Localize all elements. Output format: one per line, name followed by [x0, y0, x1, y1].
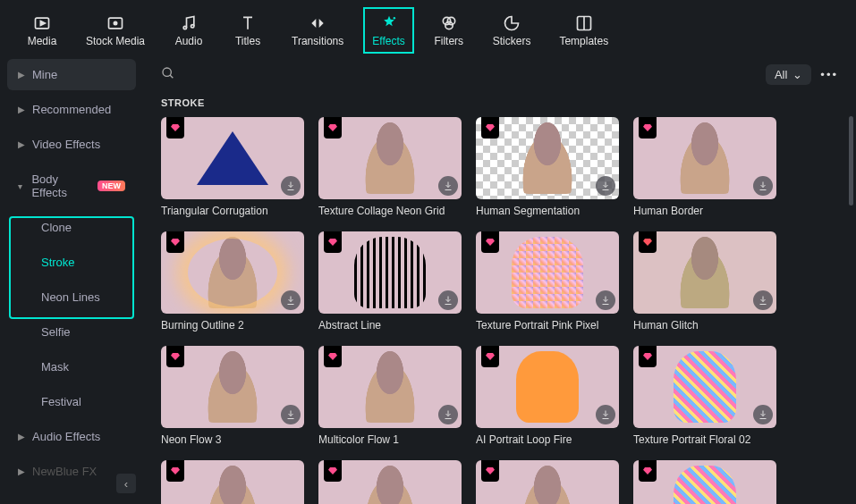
chevron-right-icon: ▶ [18, 139, 25, 149]
chevron-right-icon: ▶ [18, 466, 25, 476]
more-options-button[interactable]: ••• [820, 68, 838, 81]
tab-label: Filters [434, 35, 463, 47]
effect-title: Human Border [633, 205, 776, 217]
audio-icon [179, 13, 199, 33]
sidebar-item-video-effects[interactable]: ▶ Video Effects [7, 129, 136, 160]
sidebar-item-audio-effects[interactable]: ▶ Audio Effects [7, 421, 136, 452]
download-icon[interactable] [438, 290, 458, 310]
premium-icon [481, 231, 499, 253]
dropdown-value: All [775, 68, 787, 81]
tab-filters[interactable]: Filters [425, 7, 473, 54]
tab-label: Transitions [292, 35, 343, 47]
new-badge: NEW [97, 181, 125, 191]
effect-card[interactable]: Texture Portrait Pink Pixel [476, 231, 619, 332]
effect-card[interactable] [318, 460, 462, 504]
premium-icon [166, 346, 184, 367]
premium-icon [166, 231, 184, 253]
stickers-icon [502, 13, 521, 33]
effect-card[interactable]: Multicolor Flow 1 [318, 346, 462, 446]
premium-icon [639, 117, 657, 139]
content-area: All ⌄ ••• STROKE Triangular Corrugation … [143, 54, 856, 504]
effect-card[interactable]: Neon Flow 3 [161, 346, 304, 446]
download-icon[interactable] [281, 176, 301, 196]
effect-card[interactable]: Triangular Corrugation [161, 117, 304, 217]
sidebar-item-stroke[interactable]: Stroke [7, 247, 136, 278]
svg-point-4 [183, 26, 186, 29]
tab-stickers[interactable]: Stickers [484, 7, 540, 54]
templates-icon [574, 13, 594, 33]
sidebar-label: Stroke [41, 256, 75, 269]
transitions-icon [308, 13, 327, 33]
download-icon[interactable] [281, 405, 301, 424]
tab-effects[interactable]: Effects [363, 7, 413, 54]
sidebar-label: Video Effects [32, 138, 100, 151]
section-title: STROKE [143, 96, 856, 117]
scrollbar-thumb[interactable] [849, 116, 853, 206]
sidebar-label: Mine [32, 68, 57, 81]
premium-icon [481, 346, 499, 367]
filter-dropdown[interactable]: All ⌄ [766, 64, 811, 85]
effect-card[interactable]: Human Segmentation [476, 117, 619, 217]
svg-point-5 [191, 25, 194, 28]
premium-icon [481, 117, 499, 139]
chevron-right-icon: ▶ [18, 70, 25, 80]
sidebar-label: Recommended [32, 103, 111, 116]
effect-title: Texture Portrait Floral 02 [633, 433, 776, 446]
tab-audio[interactable]: Audio [165, 7, 213, 54]
download-icon[interactable] [753, 290, 773, 310]
download-icon[interactable] [438, 176, 458, 196]
svg-point-3 [114, 21, 116, 24]
effects-grid: Triangular Corrugation Texture Collage N… [143, 117, 856, 504]
effect-card[interactable]: Texture Portrait Floral 02 [633, 346, 776, 446]
content-header: All ⌄ ••• [143, 54, 856, 96]
tab-media[interactable]: Media [18, 7, 66, 54]
effect-card[interactable] [161, 460, 304, 504]
effect-card[interactable]: Burning Outline 2 [161, 231, 304, 332]
premium-icon [166, 117, 184, 139]
collapse-sidebar-button[interactable]: ‹ [116, 474, 136, 493]
sidebar-item-selfie[interactable]: Selfie [7, 316, 136, 348]
download-icon[interactable] [596, 405, 615, 424]
svg-line-15 [170, 75, 173, 78]
effect-card[interactable]: Texture Collage Neon Grid [318, 117, 462, 217]
effect-title: Neon Flow 3 [161, 433, 304, 446]
download-icon[interactable] [438, 405, 458, 424]
chevron-right-icon: ▶ [18, 105, 25, 114]
effect-card[interactable]: AI Portrait Loop Fire [476, 346, 619, 446]
sidebar-item-neon-lines[interactable]: Neon Lines [7, 281, 136, 313]
svg-point-14 [163, 68, 171, 76]
effect-card[interactable] [633, 460, 776, 504]
effect-card[interactable] [476, 460, 619, 504]
sidebar-item-mine[interactable]: ▶ Mine [7, 59, 136, 90]
tab-label: Stickers [493, 35, 531, 47]
effect-card[interactable]: Abstract Line [318, 231, 462, 332]
media-icon [32, 13, 52, 33]
sidebar-item-clone[interactable]: Clone [7, 212, 136, 243]
svg-point-11 [445, 21, 453, 29]
effect-card[interactable]: Human Glitch [633, 231, 776, 332]
filters-icon [439, 13, 459, 33]
tab-transitions[interactable]: Transitions [283, 7, 352, 54]
search-icon[interactable] [161, 66, 175, 83]
tab-templates[interactable]: Templates [550, 7, 617, 54]
sidebar-label: Selfie [41, 325, 71, 339]
download-icon[interactable] [753, 176, 773, 196]
effect-card[interactable]: Human Border [633, 117, 776, 217]
download-icon[interactable] [596, 176, 615, 196]
tab-stock-media[interactable]: Stock Media [77, 7, 154, 54]
sidebar-item-mask[interactable]: Mask [7, 351, 136, 382]
chevron-down-icon: ⌄ [792, 68, 802, 81]
premium-icon [166, 460, 184, 482]
download-icon[interactable] [753, 405, 773, 424]
effect-title: AI Portrait Loop Fire [476, 433, 619, 446]
tab-titles[interactable]: Titles [224, 7, 272, 54]
effect-title: Triangular Corrugation [161, 205, 304, 217]
chevron-left-icon: ‹ [124, 477, 128, 491]
sidebar: ▶ Mine ▶ Recommended ▶ Video Effects ▾ B… [0, 54, 143, 504]
download-icon[interactable] [281, 290, 301, 310]
sidebar-item-recommended[interactable]: ▶ Recommended [7, 94, 136, 125]
sidebar-item-body-effects[interactable]: ▾ Body Effects NEW [7, 164, 136, 208]
download-icon[interactable] [596, 290, 615, 310]
sidebar-item-festival[interactable]: Festival [7, 386, 136, 417]
sidebar-label: NewBlue FX [32, 465, 97, 478]
